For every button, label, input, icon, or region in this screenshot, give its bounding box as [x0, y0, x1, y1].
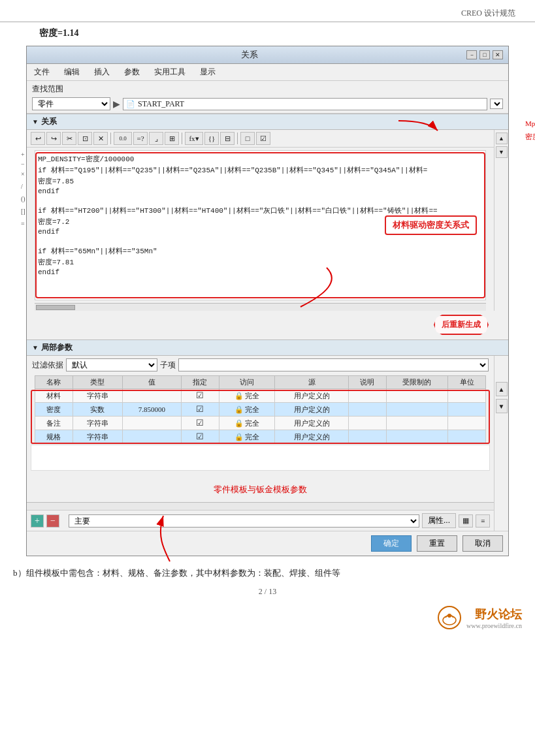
- cell-type-3: 字符串: [73, 430, 122, 444]
- table-row[interactable]: 备注 字符串 ☑ 🔒 完全 用户定义的: [35, 417, 486, 430]
- op-x[interactable]: ×: [20, 170, 26, 178]
- th-restricted: 受限制的: [386, 376, 447, 389]
- toolbar-redo[interactable]: ↪: [46, 132, 61, 145]
- left-ops: + − × / () [] =: [20, 150, 26, 228]
- toolbar-braces[interactable]: {}: [204, 132, 219, 145]
- toolbar-fx[interactable]: fx▾: [185, 132, 203, 145]
- toolbar-overlay[interactable]: ⊟: [220, 132, 235, 145]
- toolbar-check-box[interactable]: ☑: [256, 132, 270, 145]
- cell-name-2: 备注: [35, 417, 73, 430]
- rel-line-10: 密度=7.81: [38, 257, 483, 268]
- main-type-select[interactable]: 主要: [69, 514, 419, 528]
- toolbar-copy[interactable]: ⊡: [78, 132, 92, 145]
- sep2: [182, 133, 182, 144]
- cell-unit-2: [448, 417, 486, 430]
- filter-child-select[interactable]: [178, 358, 489, 371]
- attr-button[interactable]: 属性...: [422, 513, 456, 528]
- params-scrollbar[interactable]: [27, 502, 494, 510]
- table-body: 材料 字符串 ☑ 🔒 完全 用户定义的: [35, 389, 486, 444]
- annot-line1: Mp_density：系统密度参数: [525, 118, 535, 131]
- local-triangle-icon: ▼: [32, 344, 39, 351]
- local-params-header: ▼ 局部参数: [27, 339, 508, 356]
- cell-type-1: 实数: [73, 403, 122, 417]
- menu-insert[interactable]: 插入: [92, 66, 112, 78]
- op-eq2[interactable]: =: [20, 219, 26, 228]
- toolbar-cut[interactable]: ✂: [62, 132, 76, 145]
- cell-assigned-3: ☑: [181, 430, 219, 444]
- table-row[interactable]: 规格 字符串 ☑ 🔒 完全 用户定义的: [35, 430, 486, 444]
- relations-editor-wrapper: + − × / () [] = MP_DENSITY=密度/1000000 if…: [31, 150, 490, 311]
- menu-display[interactable]: 显示: [198, 66, 218, 78]
- op-bracket2[interactable]: []: [20, 207, 26, 215]
- relations-editor-container: + − × / () [] = MP_DENSITY=密度/1000000 if…: [31, 150, 490, 300]
- header-title: CREO 设计规范: [461, 8, 515, 18]
- menu-tools[interactable]: 实用工具: [152, 66, 187, 78]
- relations-label: 关系: [41, 116, 57, 127]
- annot-line2: 密度：自定义参数: [525, 131, 535, 144]
- table-row[interactable]: 密度 实数 7.850000 ☑ 🔒 完全 用户定义的: [35, 403, 486, 417]
- check-icon-3: ☑: [196, 432, 204, 441]
- title-controls: － □ ✕: [466, 50, 503, 59]
- relations-side-buttons: ▲ ▼: [494, 130, 508, 311]
- add-param-button[interactable]: +: [31, 514, 44, 528]
- op-minus[interactable]: −: [20, 160, 26, 168]
- local-up-button[interactable]: ▲: [496, 382, 508, 396]
- close-button[interactable]: ✕: [493, 50, 503, 59]
- remove-param-button[interactable]: −: [46, 514, 59, 528]
- cell-restricted-0: [386, 389, 447, 403]
- reset-button[interactable]: 重置: [417, 535, 457, 552]
- footer-logo: 野火论坛 www.proewildfire.cn: [0, 603, 535, 635]
- window-bottom-actions: 确定 重置 取消: [27, 531, 508, 556]
- toolbar-eq[interactable]: =?: [133, 132, 148, 145]
- cell-desc-3: [348, 430, 386, 444]
- op-paren[interactable]: (): [20, 195, 26, 203]
- toolbar-bracket[interactable]: ⌟: [149, 132, 163, 145]
- toolbar-undo[interactable]: ↩: [31, 132, 45, 145]
- filter-select[interactable]: 默认: [66, 358, 157, 371]
- table-row[interactable]: 材料 字符串 ☑ 🔒 完全 用户定义的: [35, 389, 486, 403]
- side-down[interactable]: ▼: [496, 146, 508, 158]
- list-view-button[interactable]: ≡: [476, 514, 490, 528]
- th-value: 值: [123, 376, 182, 389]
- cell-access-1: 🔒 完全: [219, 403, 275, 417]
- toolbar-zero[interactable]: 0.0: [114, 132, 132, 145]
- rel-line-9: if 材料=="65Mn"||材料=="35Mn": [38, 245, 483, 257]
- rel-line-4: [38, 196, 483, 205]
- menu-params[interactable]: 参数: [122, 66, 142, 78]
- search-row: 零件 ▶ 📄 START_PART ▾: [32, 97, 503, 110]
- window-title: 关系: [32, 49, 466, 61]
- minimize-button[interactable]: －: [466, 50, 477, 59]
- access-text-1: 完全: [245, 405, 259, 413]
- toolbar-grid[interactable]: ⊞: [165, 132, 179, 145]
- menu-file[interactable]: 文件: [32, 66, 52, 78]
- search-section: 查找范围 零件 ▶ 📄 START_PART ▾: [27, 81, 508, 114]
- rel-line-8: [38, 236, 483, 245]
- main-window: 关系 － □ ✕ 文件 编辑 插入 参数 实用工具 显示 查找范围 零件 ▶: [26, 46, 509, 556]
- op-plus[interactable]: +: [20, 150, 26, 159]
- toolbar-delete[interactable]: ✕: [93, 132, 108, 145]
- toolbar-box[interactable]: □: [240, 132, 255, 145]
- ok-button[interactable]: 确定: [371, 535, 412, 552]
- op-div[interactable]: /: [20, 182, 26, 191]
- cell-assigned-0: ☑: [181, 389, 219, 403]
- logo-url: www.proewildfire.cn: [466, 622, 522, 629]
- cell-desc-2: [348, 417, 386, 430]
- search-file-select[interactable]: ▾: [490, 99, 503, 109]
- logo-icon: [438, 606, 461, 629]
- h-scroll-thumb[interactable]: [36, 305, 75, 310]
- local-params-container: 过滤依据 默认 子项 名称: [27, 356, 508, 531]
- th-access: 访问: [219, 376, 275, 389]
- maximize-button[interactable]: □: [479, 50, 490, 59]
- side-up[interactable]: ▲: [496, 133, 508, 144]
- h-scrollbar[interactable]: [35, 303, 486, 311]
- rel-line-0: MP_DENSITY=密度/1000000: [38, 153, 483, 165]
- grid-view-button[interactable]: ▦: [459, 514, 473, 528]
- cell-source-0: 用户定义的: [275, 389, 349, 403]
- local-down-button[interactable]: ▼: [496, 399, 508, 413]
- th-assigned: 指定: [181, 376, 219, 389]
- menu-edit[interactable]: 编辑: [62, 66, 82, 78]
- cancel-button[interactable]: 取消: [462, 535, 503, 552]
- lock-icon-1: 🔒: [235, 405, 244, 413]
- search-scope-select[interactable]: 零件: [32, 97, 110, 110]
- search-section-title: 查找范围: [32, 84, 503, 95]
